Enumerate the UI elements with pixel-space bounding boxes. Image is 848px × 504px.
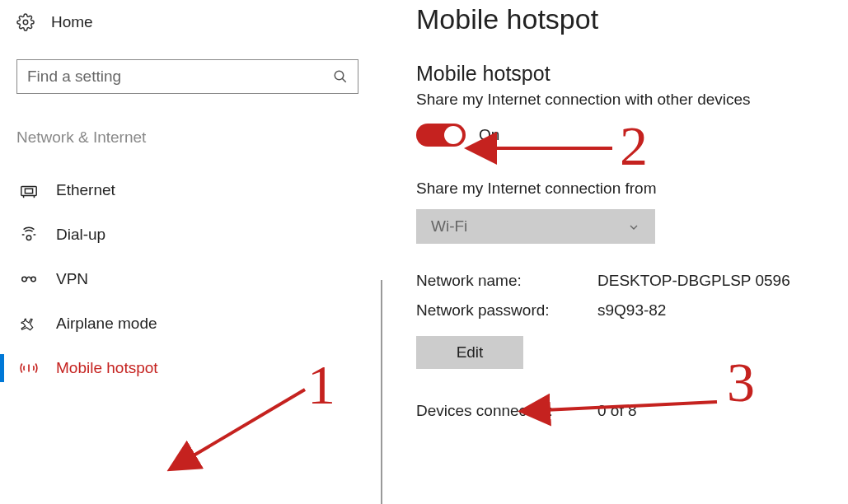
sidebar-item-label: Dial-up <box>56 226 105 244</box>
chevron-down-icon <box>627 220 640 233</box>
hotspot-toggle[interactable] <box>416 124 466 147</box>
vpn-icon <box>20 270 38 288</box>
sidebar-item-label: VPN <box>56 270 88 288</box>
sidebar-item-vpn[interactable]: VPN <box>16 260 358 298</box>
page-title: Mobile hotspot <box>416 3 840 35</box>
annotation-arrow-3 <box>534 397 724 420</box>
section-header: Network & Internet <box>16 128 358 147</box>
toggle-knob <box>444 126 462 144</box>
divider-line <box>381 280 382 504</box>
svg-point-1 <box>335 71 344 80</box>
dropdown-value: Wi-Fi <box>431 217 467 236</box>
sidebar-item-airplane[interactable]: Airplane mode <box>16 305 358 343</box>
network-name-value: DESKTOP-DBGPLSP 0596 <box>597 272 840 290</box>
svg-point-9 <box>31 277 36 282</box>
ethernet-icon <box>20 181 38 199</box>
content: Mobile hotspot Mobile hotspot Share my I… <box>375 0 848 504</box>
search-box[interactable] <box>16 59 358 94</box>
gear-icon <box>16 13 35 31</box>
sidebar-item-label: Airplane mode <box>56 315 157 333</box>
svg-rect-4 <box>25 189 32 194</box>
svg-point-7 <box>26 236 31 240</box>
share-from-label: Share my Internet connection from <box>416 180 840 198</box>
svg-line-2 <box>342 78 346 82</box>
svg-line-11 <box>190 390 305 458</box>
share-description: Share my Internet connection with other … <box>416 91 840 109</box>
network-password-value: s9Q93-82 <box>597 301 840 320</box>
share-from-dropdown[interactable]: Wi-Fi <box>416 209 655 244</box>
section-subtitle: Mobile hotspot <box>416 62 840 86</box>
annotation-arrow-2 <box>480 138 621 161</box>
home-label: Home <box>51 13 93 31</box>
sidebar-item-label: Ethernet <box>56 181 115 199</box>
dialup-icon <box>20 226 38 244</box>
nav-list: Ethernet Dial-up VPN <box>16 171 358 387</box>
annotation-arrow-1 <box>177 385 309 471</box>
sidebar-item-label: Mobile hotspot <box>56 359 158 377</box>
airplane-icon <box>20 315 38 333</box>
svg-line-13 <box>544 402 717 410</box>
sidebar-item-ethernet[interactable]: Ethernet <box>16 171 358 209</box>
hotspot-icon <box>20 359 38 377</box>
search-icon <box>333 69 348 84</box>
search-input[interactable] <box>27 68 326 86</box>
edit-button[interactable]: Edit <box>416 336 523 369</box>
svg-point-0 <box>23 20 28 25</box>
home-button[interactable]: Home <box>16 8 358 36</box>
svg-point-8 <box>22 277 27 282</box>
network-password-label: Network password: <box>416 301 597 320</box>
sidebar-item-hotspot[interactable]: Mobile hotspot <box>16 349 358 387</box>
svg-rect-3 <box>21 186 36 195</box>
sidebar-item-dialup[interactable]: Dial-up <box>16 216 358 254</box>
network-name-label: Network name: <box>416 272 597 290</box>
